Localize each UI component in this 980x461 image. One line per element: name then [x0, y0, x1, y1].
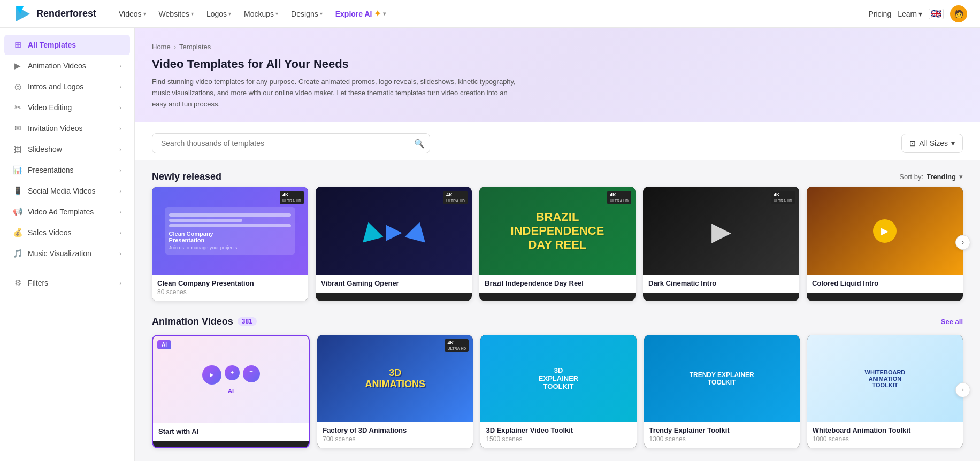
- learn-caret: ▾: [918, 10, 922, 18]
- sidebar-item-intros-logos[interactable]: ◎ Intros and Logos ›: [4, 76, 130, 97]
- templates-area: Newly released Sort by: Trending ▾ 4KULT…: [135, 160, 980, 461]
- sidebar-item-intros-logos-label: Intros and Logos: [28, 82, 83, 91]
- nav-right: Pricing Learn ▾ 🇬🇧 🧑: [868, 5, 967, 22]
- 4k-badge: 4KULTRA HD: [445, 339, 469, 352]
- learn-link[interactable]: Learn ▾: [898, 10, 922, 18]
- nav-mockups[interactable]: Mockups ▾: [239, 5, 284, 22]
- size-filter-icon: ⊡: [909, 139, 916, 148]
- user-avatar[interactable]: 🧑: [950, 5, 967, 22]
- language-selector[interactable]: 🇬🇧: [929, 9, 944, 19]
- sidebar-item-filters[interactable]: ⚙ Filters ›: [4, 273, 130, 293]
- nav-ai-caret: ▾: [383, 11, 386, 17]
- filters-icon: ⚙: [13, 278, 22, 288]
- size-filter-label: All Sizes: [919, 139, 948, 148]
- ai-label: AI: [157, 340, 171, 349]
- sidebar-item-music-viz[interactable]: 🎵 Music Visualization ›: [4, 243, 130, 264]
- card-3d-explainer[interactable]: 3DEXPLAINERTOOLKIT 3D Explainer Video To…: [480, 335, 636, 449]
- card-title: Start with AI: [158, 427, 303, 435]
- sidebar-item-sales-videos[interactable]: 💰 Sales Videos ›: [4, 222, 130, 243]
- sidebar-item-video-ads-label: Video Ad Templates: [28, 208, 94, 216]
- sidebar-item-presentations-label: Presentations: [28, 166, 74, 174]
- sidebar-item-video-ads[interactable]: 📢 Video Ad Templates ›: [4, 202, 130, 222]
- size-filter[interactable]: ⊡ All Sizes ▾: [901, 134, 963, 153]
- sales-videos-icon: 💰: [13, 228, 22, 237]
- card-liquid-intro[interactable]: ▶ Colored Liquid Intro: [807, 187, 963, 301]
- music-viz-icon: 🎵: [13, 249, 22, 258]
- animation-videos-see-all[interactable]: See all: [941, 318, 963, 326]
- hero-title: Video Templates for All Your Needs: [152, 57, 963, 71]
- nav-designs[interactable]: Designs ▾: [286, 5, 328, 22]
- card-title: Whiteboard Animation Toolkit: [813, 426, 958, 434]
- sort-by-value[interactable]: Trending: [927, 173, 956, 181]
- page-layout: ⊞ All Templates ▶ Animation Videos › ◎ I…: [0, 28, 980, 461]
- search-button[interactable]: 🔍: [414, 139, 425, 149]
- card-subtitle: 1500 scenes: [486, 435, 631, 443]
- card-dark-cinematic[interactable]: 4KULTRA HD ▶ Dark Cinematic Intro: [643, 187, 799, 301]
- card-trendy-explainer[interactable]: TRENDY EXPLAINERTOOLKIT Trendy Explainer…: [644, 335, 800, 449]
- search-section: 🔍 ⊡ All Sizes ▾: [135, 122, 980, 160]
- card-title: Trendy Explainer Toolkit: [649, 426, 794, 434]
- card-3d-animations[interactable]: 4KULTRA HD 3DANIMATIONS Factory of 3D An…: [317, 335, 473, 449]
- 4k-badge: 4KULTRA HD: [443, 191, 468, 204]
- nav-websites-caret: ▾: [191, 11, 194, 17]
- search-wrapper: 🔍: [152, 133, 430, 153]
- card-title: Dark Cinematic Intro: [648, 279, 794, 287]
- slideshow-icon: 🖼: [13, 144, 22, 154]
- nav-logos[interactable]: Logos ▾: [201, 5, 236, 22]
- sidebar-item-social-media[interactable]: 📱 Social Media Videos ›: [4, 181, 130, 201]
- video-ads-icon: 📢: [13, 207, 22, 217]
- card-title: Clean Company Presentation: [157, 279, 303, 287]
- sidebar-item-all-templates[interactable]: ⊞ All Templates: [4, 35, 130, 55]
- sidebar-item-presentations[interactable]: 📊 Presentations ›: [4, 160, 130, 180]
- breadcrumb-home[interactable]: Home: [152, 43, 171, 51]
- card-start-ai[interactable]: AI ▶ ✦ T AI: [152, 335, 310, 449]
- animation-videos-cards: AI ▶ ✦ T AI: [152, 335, 963, 449]
- sidebar-item-slideshow-label: Slideshow: [28, 145, 62, 153]
- 4k-badge: 4KULTRA HD: [280, 191, 304, 204]
- 4k-badge: 4KULTRA HD: [607, 191, 631, 204]
- nav-videos[interactable]: Videos ▾: [113, 5, 151, 22]
- animation-videos-header: Animation Videos 381 See all: [152, 316, 963, 327]
- card-subtitle: 1000 scenes: [813, 435, 958, 443]
- sidebar-item-slideshow[interactable]: 🖼 Slideshow ›: [4, 139, 130, 159]
- video-ads-caret: ›: [119, 209, 121, 215]
- slideshow-caret: ›: [119, 146, 121, 152]
- sidebar: ⊞ All Templates ▶ Animation Videos › ◎ I…: [0, 28, 135, 461]
- card-whiteboard[interactable]: WHITEBOARDANIMATIONTOOLKIT Whiteboard An…: [807, 335, 963, 449]
- nav-explore-ai[interactable]: Explore AI ✦ ▾: [330, 5, 392, 22]
- sidebar-item-animation-videos-label: Animation Videos: [28, 62, 86, 70]
- nav-videos-caret: ▾: [143, 11, 146, 17]
- animation-videos-icon: ▶: [13, 61, 22, 71]
- hero-banner: Home › Templates Video Templates for All…: [135, 28, 980, 122]
- newly-released-next-arrow[interactable]: ›: [955, 235, 970, 250]
- sidebar-item-invitation-videos[interactable]: ✉ Invitation Videos ›: [4, 118, 130, 139]
- card-brazil[interactable]: 4KULTRA HD BRAZILINDEPENDENCEDAY REEL Br…: [479, 187, 636, 301]
- logo[interactable]: Renderforest: [13, 4, 96, 24]
- nav-websites[interactable]: Websites ▾: [154, 5, 199, 22]
- social-media-caret: ›: [119, 188, 121, 194]
- card-title: Brazil Independence Day Reel: [485, 279, 630, 287]
- presentations-icon: 📊: [13, 165, 22, 175]
- newly-released-header: Newly released Sort by: Trending ▾: [152, 171, 963, 182]
- sidebar-item-music-viz-label: Music Visualization: [28, 249, 91, 258]
- play-icon: ▶: [873, 219, 897, 243]
- sidebar-item-video-editing[interactable]: ✂ Video Editing ›: [4, 97, 130, 118]
- card-subtitle: 80 scenes: [157, 288, 303, 296]
- size-filter-caret: ▾: [951, 139, 955, 148]
- sidebar-item-animation-videos[interactable]: ▶ Animation Videos ›: [4, 56, 130, 76]
- card-company-presentation[interactable]: 4KULTRA HD Clean CompanyPresentation Joi…: [152, 187, 308, 301]
- pricing-link[interactable]: Pricing: [868, 10, 891, 18]
- video-editing-caret: ›: [119, 104, 121, 111]
- navbar: Renderforest Videos ▾ Websites ▾ Logos ▾…: [0, 0, 980, 28]
- card-gaming-opener[interactable]: 4KULTRA HD ▶ Vibrant Gaming Opener: [316, 187, 472, 301]
- sort-by-label: Sort by:: [899, 173, 923, 181]
- breadcrumb: Home › Templates: [152, 43, 963, 51]
- sidebar-item-filters-label: Filters: [28, 279, 48, 287]
- brand-name: Renderforest: [36, 8, 96, 19]
- nav-designs-caret: ▾: [320, 11, 323, 17]
- invitation-videos-caret: ›: [119, 125, 121, 132]
- search-input[interactable]: [152, 133, 430, 153]
- sidebar-item-video-editing-label: Video Editing: [28, 103, 72, 112]
- sort-by: Sort by: Trending ▾: [899, 173, 963, 181]
- animation-videos-next-arrow[interactable]: ›: [955, 382, 970, 397]
